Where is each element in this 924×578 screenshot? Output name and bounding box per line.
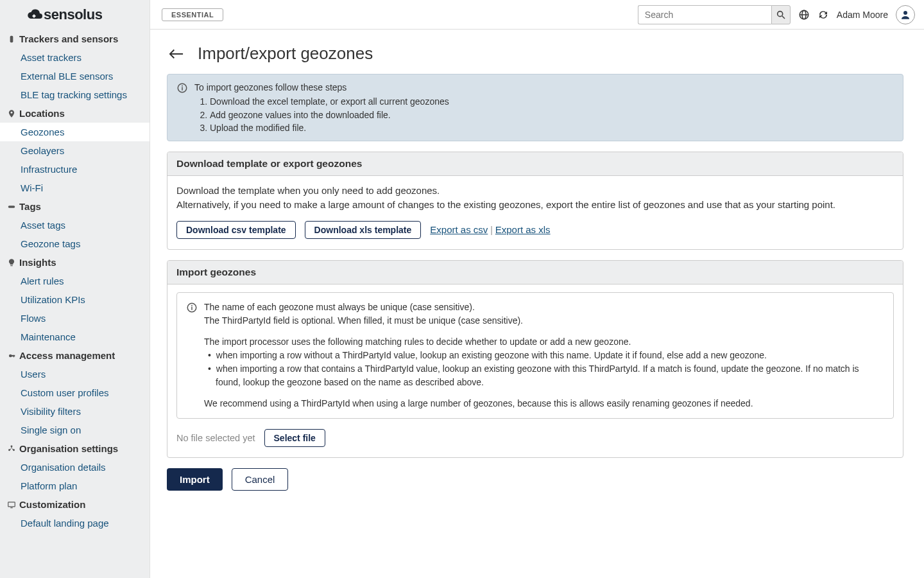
download-desc-1: Download the template when you only need… <box>176 184 894 198</box>
import-panel-title: Import geozones <box>167 261 903 285</box>
nav-custom-user-profiles[interactable]: Custom user profiles <box>0 383 150 402</box>
import-bullet-1: when importing a row without a ThirdPart… <box>216 349 884 362</box>
nav-infrastructure[interactable]: Infrastructure <box>0 160 150 179</box>
download-xls-template-button[interactable]: Download xls template <box>305 221 422 239</box>
nav-platform-plan[interactable]: Platform plan <box>0 477 150 495</box>
export-xls-link[interactable]: Export as xls <box>495 224 551 235</box>
svg-point-16 <box>903 11 907 15</box>
download-panel-title: Download template or export geozones <box>167 152 903 176</box>
import-panel: Import geozones The name of each geozone… <box>167 260 903 458</box>
section-icon <box>5 202 18 211</box>
section-label: Tags <box>19 201 41 212</box>
plan-badge: ESSENTIAL <box>162 8 223 21</box>
export-csv-link[interactable]: Export as csv <box>430 224 488 235</box>
instruction-step: Download the excel template, or export a… <box>210 95 449 108</box>
sidebar: sensolus Trackers and sensorsAsset track… <box>0 0 150 578</box>
svg-rect-22 <box>191 306 193 310</box>
nav-single-sign-on[interactable]: Single sign on <box>0 421 150 439</box>
nav-external-ble-sensors[interactable]: External BLE sensors <box>0 67 150 85</box>
nav-section-insights[interactable]: Insights <box>0 253 150 272</box>
nav-section-trackers-and-sensors[interactable]: Trackers and sensors <box>0 30 150 48</box>
globe-icon[interactable] <box>798 9 810 21</box>
refresh-icon[interactable] <box>817 9 829 21</box>
svg-rect-19 <box>182 87 183 91</box>
nav-section-organisation-settings[interactable]: Organisation settings <box>0 439 150 458</box>
nav-asset-tags[interactable]: Asset tags <box>0 216 150 234</box>
svg-line-12 <box>782 16 785 19</box>
svg-rect-5 <box>13 355 14 357</box>
section-label: Insights <box>19 257 56 268</box>
import-notes: The name of each geozone must always be … <box>176 292 894 419</box>
cancel-button[interactable]: Cancel <box>232 468 289 491</box>
nav-section-access-management[interactable]: Access management <box>0 346 150 365</box>
info-icon <box>176 82 188 94</box>
cloud-icon <box>27 8 44 22</box>
avatar[interactable] <box>896 5 915 24</box>
instruction-step: Add geozone values into the downloaded f… <box>210 109 449 121</box>
section-label: Locations <box>19 108 65 119</box>
svg-point-6 <box>11 445 13 447</box>
nav-organisation-details[interactable]: Organisation details <box>0 458 150 477</box>
nav-users[interactable]: Users <box>0 365 150 383</box>
nav-utilization-kpis[interactable]: Utilization KPIs <box>0 290 150 309</box>
search-button[interactable] <box>771 5 791 24</box>
import-note-2: The ThirdPartyId field is optional. When… <box>204 314 884 328</box>
import-bullet-2: when importing a row that contains a Thi… <box>216 362 884 389</box>
svg-rect-4 <box>11 355 15 356</box>
nav-alert-rules[interactable]: Alert rules <box>0 272 150 290</box>
svg-rect-0 <box>10 35 13 42</box>
nav-default-landing-page[interactable]: Default landing page <box>0 514 150 532</box>
nav-geozones[interactable]: Geozones <box>0 123 150 141</box>
section-icon <box>5 500 18 509</box>
nav-visibility-filters[interactable]: Visibility filters <box>0 402 150 421</box>
import-button[interactable]: Import <box>167 468 223 491</box>
section-icon <box>5 444 18 453</box>
username[interactable]: Adam Moore <box>837 10 888 20</box>
svg-rect-10 <box>10 507 13 508</box>
section-label: Trackers and sensors <box>19 33 118 44</box>
section-icon <box>5 35 18 44</box>
instructions-banner: To import geozones follow these steps Do… <box>167 74 903 141</box>
content-area: Import/export geozones To import geozone… <box>150 30 924 578</box>
nav-asset-trackers[interactable]: Asset trackers <box>0 48 150 67</box>
svg-point-11 <box>778 11 783 16</box>
nav-geozone-tags[interactable]: Geozone tags <box>0 234 150 253</box>
brand-logo[interactable]: sensolus <box>0 0 150 30</box>
import-note-4: We recommend using a ThirdPartyId when u… <box>204 397 884 410</box>
nav-geolayers[interactable]: Geolayers <box>0 141 150 160</box>
section-icon <box>5 109 18 118</box>
brand-name: sensolus <box>44 6 102 23</box>
nav-section-locations[interactable]: Locations <box>0 104 150 123</box>
section-icon <box>5 351 18 360</box>
search-input[interactable] <box>638 5 771 24</box>
back-button[interactable] <box>167 46 186 62</box>
import-note-3: The import processor uses the following … <box>204 335 884 349</box>
nav-wi-fi[interactable]: Wi-Fi <box>0 179 150 197</box>
download-csv-template-button[interactable]: Download csv template <box>176 221 296 239</box>
svg-rect-9 <box>8 502 15 506</box>
download-panel: Download template or export geozones Dow… <box>167 152 903 250</box>
nav-section-customization[interactable]: Customization <box>0 495 150 514</box>
info-icon <box>186 302 198 313</box>
nav-maintenance[interactable]: Maintenance <box>0 328 150 346</box>
nav-section-tags[interactable]: Tags <box>0 197 150 216</box>
select-file-button[interactable]: Select file <box>264 429 325 447</box>
info-intro: To import geozones follow these steps <box>194 81 449 94</box>
section-label: Organisation settings <box>19 443 118 454</box>
file-status-text: No file selected yet <box>176 433 255 443</box>
svg-point-1 <box>11 111 13 113</box>
person-icon <box>900 9 911 21</box>
section-label: Access management <box>19 350 115 361</box>
section-label: Customization <box>19 499 85 510</box>
download-desc-2: Alternatively, if you need to make a lar… <box>176 198 894 212</box>
page-title: Import/export geozones <box>198 44 373 64</box>
svg-point-18 <box>182 85 183 87</box>
svg-point-21 <box>191 304 193 306</box>
search-icon <box>776 10 786 20</box>
nav-flows[interactable]: Flows <box>0 309 150 328</box>
nav-ble-tag-tracking-settings[interactable]: BLE tag tracking settings <box>0 85 150 104</box>
topbar: ESSENTIAL Adam Moore <box>150 0 924 30</box>
svg-rect-2 <box>8 206 15 208</box>
import-note-1: The name of each geozone must always be … <box>204 301 884 314</box>
section-icon <box>5 258 18 267</box>
